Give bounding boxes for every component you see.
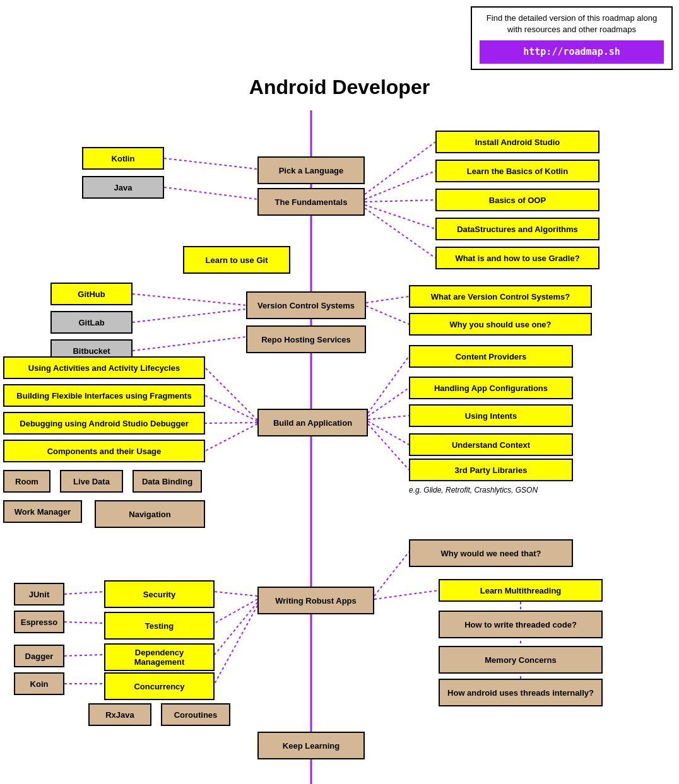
node-installAndroidStudio[interactable]: Install Android Studio: [435, 131, 599, 153]
svg-line-1: [164, 187, 257, 199]
svg-line-18: [368, 388, 409, 416]
node-debugging[interactable]: Debugging using Android Studio Debugger: [3, 412, 205, 435]
svg-line-14: [205, 395, 257, 421]
node-security[interactable]: Security: [104, 580, 215, 608]
svg-line-5: [365, 205, 435, 229]
node-dataStructures[interactable]: DataStructures and Algorithms: [435, 218, 599, 240]
node-espresso[interactable]: Espresso: [14, 611, 64, 633]
node-buildApp[interactable]: Build an Application: [257, 409, 368, 436]
node-workmanager[interactable]: Work Manager: [3, 500, 82, 523]
node-repoHosting[interactable]: Repo Hosting Services: [246, 325, 366, 353]
node-usingIntents[interactable]: Using Intents: [409, 404, 573, 427]
svg-line-2: [365, 142, 435, 194]
node-dependencyMgmt[interactable]: Dependency Management: [104, 643, 215, 671]
node-github[interactable]: GitHub: [50, 283, 133, 305]
svg-line-24: [215, 602, 257, 655]
svg-line-20: [368, 421, 409, 445]
node-testing[interactable]: Testing: [104, 612, 215, 640]
node-junit[interactable]: JUnit: [14, 583, 64, 606]
node-writingRobust[interactable]: Writing Robust Apps: [257, 587, 374, 614]
node-theFundamentals[interactable]: The Fundamentals: [257, 188, 365, 216]
info-box-text: Find the detailed version of this roadma…: [480, 13, 664, 35]
node-coroutines[interactable]: Coroutines: [161, 703, 230, 726]
svg-line-9: [366, 306, 409, 324]
node-learnMultithreading[interactable]: Learn Multithreading: [439, 579, 603, 602]
svg-line-8: [366, 296, 409, 303]
node-dagger[interactable]: Dagger: [14, 645, 64, 667]
svg-line-23: [215, 599, 257, 623]
node-whyNeedThat[interactable]: Why would we need that?: [409, 539, 573, 567]
node-basicsOfOOP[interactable]: Basics of OOP: [435, 189, 599, 211]
svg-line-30: [374, 552, 409, 596]
svg-line-26: [64, 592, 104, 594]
node-learnKotlinBasics[interactable]: Learn the Basics of Kotlin: [435, 160, 599, 182]
node-vcsWhat[interactable]: What are Version Control Systems?: [409, 285, 592, 308]
node-threadedCode[interactable]: How to write threaded code?: [439, 611, 603, 638]
node-components[interactable]: Components and their Usage: [3, 440, 205, 462]
node-thirdParty[interactable]: 3rd Party Libraries: [409, 459, 573, 481]
node-navigation[interactable]: Navigation: [95, 500, 205, 528]
svg-line-3: [365, 171, 435, 199]
svg-line-6: [365, 208, 435, 258]
svg-line-16: [205, 424, 257, 451]
svg-line-11: [133, 309, 246, 322]
node-activities[interactable]: Using Activities and Activity Lifecycles: [3, 356, 205, 379]
node-kotlin[interactable]: Kotlin: [82, 147, 164, 170]
node-vcs[interactable]: Version Control Systems: [246, 291, 366, 319]
svg-line-12: [133, 337, 246, 351]
info-box-link[interactable]: http://roadmap.sh: [480, 40, 664, 64]
svg-line-15: [205, 423, 257, 423]
page-title: Android Developer: [249, 76, 430, 99]
node-understandContext[interactable]: Understand Context: [409, 433, 573, 456]
svg-line-4: [365, 200, 435, 202]
node-handlingApp[interactable]: Handling App Configurations: [409, 377, 573, 399]
svg-line-28: [64, 655, 104, 656]
svg-line-10: [133, 294, 246, 305]
node-gradle[interactable]: What is and how to use Gradle?: [435, 247, 599, 269]
svg-line-13: [205, 368, 257, 420]
svg-line-25: [215, 606, 257, 684]
svg-line-19: [368, 416, 409, 419]
node-java[interactable]: Java: [82, 176, 164, 199]
note-thirdPartyNote: e.g. Glide, Retrofit, Crashlytics, GSON: [409, 486, 573, 494]
node-gitlab[interactable]: GitLab: [50, 311, 133, 334]
node-keepLearning[interactable]: Keep Learning: [257, 732, 365, 759]
node-rxjava[interactable]: RxJava: [88, 703, 151, 726]
svg-line-31: [374, 590, 439, 599]
node-databinding[interactable]: Data Binding: [133, 470, 202, 493]
svg-line-0: [164, 158, 257, 169]
svg-line-22: [215, 592, 257, 596]
node-androidThreads[interactable]: How android uses threads internally?: [439, 679, 603, 706]
node-contentProviders[interactable]: Content Providers: [409, 345, 573, 368]
node-fragments[interactable]: Building Flexible Interfaces using Fragm…: [3, 384, 205, 407]
node-koin[interactable]: Koin: [14, 672, 64, 695]
node-livedata[interactable]: Live Data: [60, 470, 123, 493]
node-learnGit[interactable]: Learn to use Git: [183, 246, 290, 274]
node-pickLanguage[interactable]: Pick a Language: [257, 156, 365, 184]
svg-line-27: [64, 622, 104, 623]
svg-line-21: [368, 424, 409, 470]
node-concurrency[interactable]: Concurrency: [104, 672, 215, 700]
svg-line-17: [368, 356, 409, 413]
node-vcsWhy[interactable]: Why you should use one?: [409, 313, 592, 336]
node-memoryConcerns[interactable]: Memory Concerns: [439, 646, 603, 674]
info-box: Find the detailed version of this roadma…: [471, 6, 673, 70]
node-room[interactable]: Room: [3, 470, 50, 493]
